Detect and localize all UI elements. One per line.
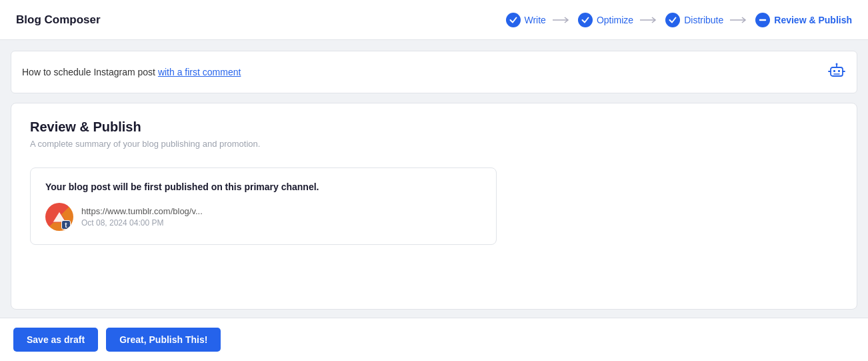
arrow-2 <box>640 17 659 23</box>
main-content: How to schedule Instagram post with a fi… <box>0 40 868 320</box>
publish-button[interactable]: Great, Publish This! <box>106 328 221 352</box>
save-draft-button[interactable]: Save as draft <box>13 328 98 352</box>
arrow-1 <box>553 17 571 23</box>
svg-point-9 <box>836 63 838 65</box>
footer: Save as draft Great, Publish This! <box>0 318 868 361</box>
step-write-label: Write <box>525 15 546 25</box>
review-title: Review & Publish <box>30 119 838 135</box>
robot-icon[interactable] <box>827 61 846 83</box>
step-write[interactable]: Write <box>506 13 546 27</box>
step-distribute-label: Distribute <box>684 15 723 25</box>
step-review-icon <box>755 13 770 27</box>
step-optimize[interactable]: Optimize <box>578 13 633 27</box>
channel-url: https://www.tumblr.com/blog/v... <box>81 206 203 216</box>
svg-rect-6 <box>838 70 840 72</box>
step-optimize-label: Optimize <box>597 15 633 25</box>
review-subtitle: A complete summary of your blog publishi… <box>30 139 838 149</box>
app-title: Blog Composer <box>16 13 101 27</box>
channel-avatar: t <box>45 203 73 231</box>
title-bar: How to schedule Instagram post with a fi… <box>11 51 857 93</box>
step-distribute[interactable]: Distribute <box>665 13 723 27</box>
channel-info: t https://www.tumblr.com/blog/v... Oct 0… <box>45 203 481 231</box>
highlight-text: with a first comment <box>158 67 241 77</box>
step-review-publish[interactable]: Review & Publish <box>755 13 852 27</box>
tumblr-badge: t <box>61 220 71 230</box>
arrow-3 <box>730 17 749 23</box>
step-optimize-icon <box>578 13 593 27</box>
channel-details: https://www.tumblr.com/blog/v... Oct 08,… <box>81 206 203 228</box>
channel-date: Oct 08, 2024 04:00 PM <box>81 218 203 228</box>
channel-heading: Your blog post will be first published o… <box>45 182 481 192</box>
svg-rect-4 <box>831 67 843 76</box>
stepper: Write Optimize Distribute <box>506 13 853 27</box>
svg-rect-5 <box>833 70 835 72</box>
step-distribute-icon <box>665 13 680 27</box>
blog-title: How to schedule Instagram post with a fi… <box>22 67 241 77</box>
step-write-icon <box>506 13 521 27</box>
step-review-label: Review & Publish <box>774 15 852 25</box>
review-card: Review & Publish A complete summary of y… <box>11 103 857 310</box>
channel-card: Your blog post will be first published o… <box>30 167 497 245</box>
app-header: Blog Composer Write Optimize <box>0 0 868 40</box>
